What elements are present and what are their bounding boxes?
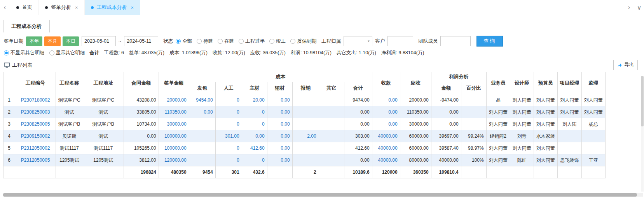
- cell-receivable: 110350.00: [400, 106, 431, 118]
- cell-cost-aux-material[interactable]: 0.00: [267, 130, 292, 142]
- tab-close-icon[interactable]: ×: [75, 5, 78, 10]
- export-button[interactable]: 导出: [613, 60, 638, 70]
- vertical-scrollbar-thumb[interactable]: [641, 76, 644, 126]
- cell-cost-reimburse[interactable]: 2.00: [292, 130, 319, 142]
- cell-cost-aux-material[interactable]: 0.00: [267, 118, 292, 130]
- cell-project-address: 1205测试: [83, 154, 124, 166]
- cell-signed-amount[interactable]: 110350.00: [159, 106, 189, 118]
- quick-date-button-3[interactable]: 本日: [63, 36, 79, 46]
- project-table: 工程编号 工程名称 工程地址 合同金额 签单金额 成本 收款 应收 利润分析 业…: [3, 72, 606, 178]
- status-radio-2[interactable]: 待建: [197, 38, 213, 45]
- cell-project-code[interactable]: P2309150002: [15, 130, 56, 142]
- cell-cost-labor[interactable]: 0: [215, 106, 242, 118]
- cell-received[interactable]: 0.00: [372, 106, 400, 118]
- date-to-input[interactable]: [124, 36, 158, 46]
- tabs-dropdown-icon[interactable]: ∨: [634, 0, 644, 15]
- cell-project-name: 测试客户B: [56, 118, 83, 130]
- query-button[interactable]: 查询: [476, 36, 503, 47]
- cell-estimator: 水木家装: [534, 130, 557, 142]
- table-row: 5P2312050002测试1117测试1117105265.00100000.…: [3, 142, 606, 154]
- status-radio-1[interactable]: 全部: [176, 38, 192, 45]
- monitor-icon: [4, 62, 10, 68]
- summary-item: 签单: 48.035(万): [129, 50, 164, 56]
- top-tab-2[interactable]: 签单分析×: [39, 0, 85, 15]
- cell-cost-outsource[interactable]: 0.00: [189, 106, 215, 118]
- cell-project-manager: 刘大同董: [557, 94, 581, 106]
- cell-profit-amount: -9474.00: [431, 94, 461, 106]
- cell-cost-labor[interactable]: 0: [215, 94, 242, 106]
- tab-close-icon[interactable]: ×: [131, 5, 134, 10]
- radio-icon: [4, 50, 9, 55]
- status-radio-6[interactable]: 质保到期: [290, 38, 316, 45]
- cell-receivable: 30000.00: [400, 118, 431, 130]
- cell-project-name: 测试1117: [56, 142, 83, 154]
- cell-cost-aux-material[interactable]: 0.00: [267, 154, 292, 166]
- cell-cost-labor[interactable]: 0: [215, 142, 242, 154]
- cell-cost-main-material[interactable]: 0: [242, 106, 267, 118]
- cell-received[interactable]: 0.00: [372, 94, 400, 106]
- customer-input[interactable]: [387, 36, 413, 46]
- cell-project-code[interactable]: P2307180002: [15, 94, 56, 106]
- cell-cost-labor[interactable]: 0: [215, 154, 242, 166]
- cell-cost-aux-material[interactable]: 0.00: [267, 94, 292, 106]
- cell-cost-outsource[interactable]: 9454.00: [189, 94, 215, 106]
- cell-signed-amount[interactable]: 20000.00: [159, 94, 189, 106]
- tabs-scroll-left-icon[interactable]: ‹: [0, 0, 10, 15]
- cell-project-address: 测试: [83, 106, 124, 118]
- cell-cost-main-material[interactable]: 0: [242, 154, 267, 166]
- quick-date-button-2[interactable]: 本月: [44, 36, 61, 46]
- cell-received[interactable]: 40000.00: [372, 154, 400, 166]
- date-from-input[interactable]: [82, 36, 116, 46]
- top-tab-bar: ‹ 首页签单分析×工程成本分析× › ∨: [0, 0, 644, 15]
- cell-received[interactable]: 40000.00: [372, 142, 400, 154]
- cell-cost-aux-material[interactable]: 0.00: [267, 142, 292, 154]
- radio-label: 在建: [224, 38, 234, 45]
- quick-date-button-1[interactable]: 本年: [26, 36, 42, 46]
- cell-signed-amount[interactable]: 30000.00: [159, 118, 189, 130]
- col-cost-aux-material: 辅材: [267, 82, 292, 94]
- team-member-input[interactable]: [440, 36, 471, 46]
- cell-received[interactable]: 40000.00: [372, 130, 400, 142]
- cell-cost-main-material[interactable]: 412.60: [242, 142, 267, 154]
- cell-cost-labor[interactable]: 0: [215, 118, 242, 130]
- cell-project-code[interactable]: P2312050005: [15, 154, 56, 166]
- footer-cost-labor: 301: [215, 166, 242, 178]
- footer-cost-aux-material: [267, 166, 292, 178]
- cell-signed-amount[interactable]: 120000.00: [159, 154, 189, 166]
- col-cost-reimburse: 报销: [292, 82, 319, 94]
- project-belong-select[interactable]: ▼: [344, 36, 372, 46]
- cell-project-code[interactable]: P2308250005: [15, 118, 56, 130]
- cell-project-code[interactable]: P2312050002: [15, 142, 56, 154]
- cell-signed-amount[interactable]: 100000.00: [159, 142, 189, 154]
- tabs-scroll-right-icon[interactable]: ›: [624, 0, 634, 15]
- cell-contract-amount: 10734.00: [124, 118, 159, 130]
- col-cost-labor: 人工: [215, 82, 242, 94]
- detail-radio-2[interactable]: 显示其它明细: [49, 50, 85, 56]
- cell-signed-amount[interactable]: 100000.00: [159, 130, 189, 142]
- summary-item: 净利润: 9.88104(万): [381, 50, 424, 56]
- page-tab-row: 工程成本分析: [0, 20, 644, 32]
- status-radio-3[interactable]: 在建: [218, 38, 234, 45]
- tab-project-cost-analysis[interactable]: 工程成本分析: [3, 20, 50, 33]
- quick-date-buttons: 本年本月本日: [26, 36, 79, 46]
- cell-cost-main-material[interactable]: 0.00: [242, 130, 267, 142]
- cell-cost-outsource: [189, 154, 215, 166]
- cell-cost-main-material[interactable]: 0: [242, 118, 267, 130]
- cell-cost-labor[interactable]: 301.00: [215, 130, 242, 142]
- list-title-text: 工程列表: [12, 62, 32, 69]
- cell-estimator: 刘大同董: [534, 94, 557, 106]
- cell-cost-main-material[interactable]: 20.00: [242, 94, 267, 106]
- radio-icon: [269, 39, 274, 44]
- cell-project-name: 测试客户C: [56, 94, 83, 106]
- top-tab-1[interactable]: 首页: [10, 0, 39, 15]
- top-tab-3[interactable]: 工程成本分析×: [85, 0, 141, 15]
- cell-salesman: 品: [486, 94, 510, 106]
- cell-received[interactable]: 0.00: [372, 118, 400, 130]
- cell-project-manager: [557, 130, 581, 142]
- detail-radio-1[interactable]: 不显示其它明细: [4, 50, 45, 56]
- status-radio-4[interactable]: 工程过半: [239, 38, 265, 45]
- horizontal-scrollbar-thumb[interactable]: [3, 193, 637, 197]
- cell-project-code[interactable]: P2308250003: [15, 106, 56, 118]
- cell-cost-aux-material[interactable]: 0.00: [267, 106, 292, 118]
- status-radio-5[interactable]: 竣工: [269, 38, 286, 45]
